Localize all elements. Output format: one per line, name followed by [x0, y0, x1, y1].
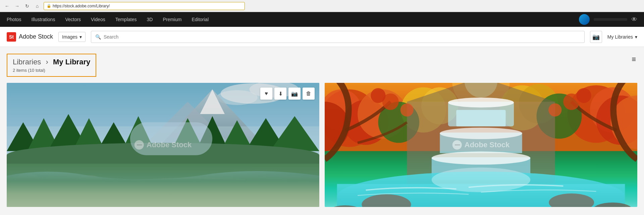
- top-nav-right: 👁: [579, 14, 637, 25]
- dropdown-arrow-icon: ▾: [79, 34, 82, 40]
- svg-point-65: [371, 88, 385, 103]
- search-bar-row: St Adobe Stock Images ▾ 🔍 📷 My Libraries…: [0, 27, 644, 47]
- avatar[interactable]: [579, 14, 590, 25]
- search-input-wrapper: 🔍: [91, 31, 585, 43]
- svg-point-58: [432, 167, 530, 192]
- nav-item-editorial[interactable]: Editorial: [192, 17, 209, 22]
- svg-point-25: [200, 178, 225, 190]
- dropdown-label: Images: [62, 34, 77, 40]
- nav-item-photos[interactable]: Photos: [7, 17, 21, 22]
- user-name-display[interactable]: [594, 18, 627, 21]
- home-button[interactable]: ⌂: [34, 2, 41, 10]
- forward-button[interactable]: →: [13, 2, 21, 10]
- top-nav: Photos Illustrations Vectors Videos Temp…: [0, 12, 644, 27]
- svg-point-51: [448, 98, 514, 107]
- image-controls-mountain: ♥ ⬇ 📷 🗑: [260, 88, 315, 100]
- svg-point-68: [577, 88, 591, 103]
- my-libraries-label: My Libraries: [607, 34, 633, 40]
- eye-icon[interactable]: 👁: [631, 16, 637, 23]
- adobe-stock-logo: St Adobe Stock: [7, 32, 53, 42]
- breadcrumb-separator: ›: [46, 58, 48, 66]
- grid-menu-icon[interactable]: ≡: [630, 54, 637, 65]
- svg-point-67: [548, 103, 561, 116]
- nav-item-templates[interactable]: Templates: [115, 17, 137, 22]
- address-bar[interactable]: 🔒 https://stock.adobe.com/Library/: [44, 2, 245, 10]
- breadcrumb-path: Libraries › My Library: [13, 58, 90, 66]
- svg-point-21: [15, 174, 40, 186]
- image-card-mountain: ⸻ Adobe Stock ♥ ⬇ 📷 🗑 License: [7, 83, 319, 207]
- svg-point-22: [46, 181, 66, 191]
- image-card-waterfall: ⸻ Adobe Stock: [325, 83, 637, 207]
- nav-item-premium[interactable]: Premium: [163, 17, 181, 22]
- license-button[interactable]: License: [282, 191, 314, 202]
- nav-item-videos[interactable]: Videos: [91, 17, 105, 22]
- st-badge: St: [7, 32, 16, 42]
- like-button[interactable]: ♥: [260, 88, 272, 100]
- download-button[interactable]: ⬇: [274, 88, 286, 100]
- my-libraries-arrow-icon: ▾: [635, 34, 637, 40]
- svg-point-24: [119, 183, 142, 194]
- svg-point-27: [281, 176, 308, 188]
- nav-item-illustrations[interactable]: Illustrations: [32, 17, 55, 22]
- content-area: Libraries › My Library 2 items (10 total…: [0, 47, 644, 207]
- breadcrumb-libraries-link[interactable]: Libraries: [13, 58, 41, 66]
- svg-point-64: [400, 103, 414, 116]
- url-text: https://stock.adobe.com/Library/: [53, 4, 110, 8]
- images-dropdown[interactable]: Images ▾: [58, 32, 86, 42]
- camera-button[interactable]: 📷: [288, 88, 301, 100]
- refresh-button[interactable]: ↻: [23, 2, 31, 10]
- images-grid: ⸻ Adobe Stock ♥ ⬇ 📷 🗑 License: [7, 83, 637, 207]
- my-libraries-button[interactable]: My Libraries ▾: [607, 34, 637, 40]
- svg-point-55: [432, 152, 530, 165]
- lock-icon: 🔒: [47, 4, 51, 8]
- svg-point-23: [74, 175, 103, 189]
- svg-point-26: [243, 181, 264, 191]
- image-overlay-mountain: ♥ ⬇ 📷 🗑 License: [7, 83, 319, 207]
- breadcrumb-count: 2 items (10 total): [13, 68, 90, 73]
- adobe-stock-text: Adobe Stock: [19, 33, 53, 40]
- browser-chrome: ← → ↻ ⌂ 🔒 https://stock.adobe.com/Librar…: [0, 0, 644, 12]
- delete-button[interactable]: 🗑: [303, 88, 315, 100]
- back-button[interactable]: ←: [3, 2, 11, 10]
- svg-point-53: [440, 127, 522, 139]
- search-icon: 🔍: [95, 34, 101, 40]
- breadcrumb-current: My Library: [53, 58, 90, 66]
- camera-search-button[interactable]: 📷: [590, 31, 602, 43]
- search-input[interactable]: [104, 34, 580, 40]
- nav-item-vectors[interactable]: Vectors: [65, 17, 81, 22]
- nav-item-3d[interactable]: 3D: [147, 17, 153, 22]
- breadcrumb-section: Libraries › My Library 2 items (10 total…: [7, 54, 637, 77]
- svg-rect-50: [456, 110, 505, 126]
- breadcrumb-box: Libraries › My Library 2 items (10 total…: [7, 54, 96, 77]
